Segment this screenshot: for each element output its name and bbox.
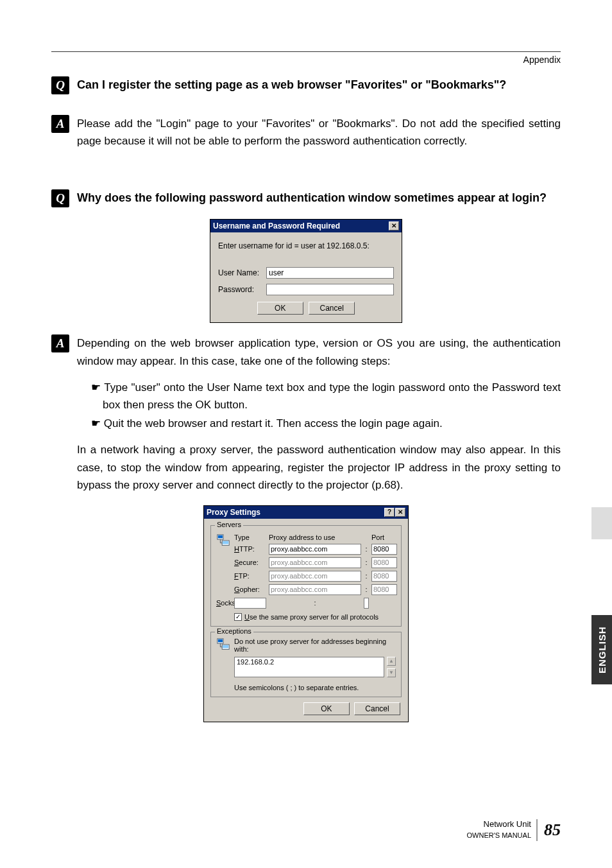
proxy-row-label: Gopher: xyxy=(234,586,266,593)
proxy-dialog: Proxy Settings ? ✕ Servers Type Proxy ad… xyxy=(203,505,409,722)
colon: : xyxy=(269,599,361,607)
exceptions-help: Use semicolons ( ; ) to separate entries… xyxy=(234,684,396,691)
proxy-port-input[interactable] xyxy=(371,544,397,555)
exceptions-input[interactable]: 192.168.0.2 xyxy=(234,657,384,677)
proxy-row-label: Secure: xyxy=(234,559,266,566)
ok-button[interactable]: OK xyxy=(303,702,350,715)
password-input[interactable] xyxy=(266,284,394,295)
answer-2-intro: Depending on the web browser application… xyxy=(77,334,561,369)
colon: : xyxy=(364,572,369,580)
scroll-up-icon[interactable]: ▲ xyxy=(387,657,396,666)
auth-dialog: Username and Password Required ✕ Enter u… xyxy=(210,219,402,323)
answer-2-extra: In a network having a proxy server, the … xyxy=(77,441,561,494)
answer-icon: A xyxy=(51,334,69,352)
proxy-port-input xyxy=(364,598,369,609)
proxy-address-input xyxy=(269,584,361,595)
colon: : xyxy=(364,586,369,593)
answer-1: Please add the "Login" page to your "Fav… xyxy=(77,115,561,150)
answer-icon: A xyxy=(51,115,69,133)
proxy-address-input xyxy=(269,571,361,582)
exceptions-label: Do not use proxy server for addresses be… xyxy=(234,638,396,653)
proxy-address-input xyxy=(269,557,361,568)
proxy-port-input xyxy=(371,557,397,568)
exceptions-icon xyxy=(216,638,232,653)
ok-button[interactable]: OK xyxy=(257,302,303,315)
username-input[interactable] xyxy=(266,267,394,279)
question-icon: Q xyxy=(51,76,69,94)
proxy-row-label: Socks: xyxy=(216,599,232,607)
exceptions-legend: Exceptions xyxy=(215,627,253,635)
question-icon: Q xyxy=(51,189,69,207)
bullet-2: ☛ Quit the web browser and restart it. T… xyxy=(91,415,561,432)
close-icon[interactable]: ✕ xyxy=(395,508,405,517)
close-icon[interactable]: ✕ xyxy=(389,221,399,230)
proxy-address-input xyxy=(234,598,266,609)
col-type: Type xyxy=(234,534,266,541)
password-label: Password: xyxy=(218,285,266,294)
page-number: 85 xyxy=(544,820,561,840)
col-addr: Proxy address to use xyxy=(269,534,361,541)
colon: : xyxy=(364,559,369,566)
scroll-down-icon[interactable]: ▼ xyxy=(387,668,396,677)
auth-dialog-message: Enter username for id = user at 192.168.… xyxy=(218,241,394,250)
language-tab: ENGLISH xyxy=(591,615,612,684)
svg-rect-7 xyxy=(223,645,228,648)
col-port: Port xyxy=(371,534,397,541)
same-proxy-row[interactable]: ✓Use the same proxy server for all proto… xyxy=(234,613,397,621)
proxy-dialog-title: Proxy Settings xyxy=(207,508,260,517)
colon: : xyxy=(364,545,369,553)
proxy-port-input xyxy=(371,571,397,582)
question-2: Why does the following password authenti… xyxy=(77,189,561,206)
svg-rect-5 xyxy=(218,639,223,643)
footer-text: Network Unit OWNER'S MANUAL xyxy=(467,819,538,841)
proxy-address-input[interactable] xyxy=(269,544,361,555)
servers-legend: Servers xyxy=(215,521,243,528)
cancel-button[interactable]: Cancel xyxy=(309,302,355,315)
header-section: Appendix xyxy=(51,55,561,65)
question-1: Can I register the setting page as a web… xyxy=(77,76,561,93)
checkbox-icon[interactable]: ✓ xyxy=(234,613,242,621)
cancel-button[interactable]: Cancel xyxy=(354,702,400,715)
auth-dialog-title: Username and Password Required xyxy=(213,221,340,230)
proxy-row-label: FTP: xyxy=(234,572,266,580)
side-tab-bg xyxy=(591,507,612,539)
proxy-row-label: HTTP: xyxy=(234,545,266,553)
username-label: User Name: xyxy=(218,268,266,277)
bullet-1: ☛ Type "user" onto the User Name text bo… xyxy=(91,379,561,413)
svg-rect-1 xyxy=(218,535,223,539)
svg-rect-3 xyxy=(223,541,228,544)
servers-icon xyxy=(216,534,230,548)
proxy-port-input xyxy=(371,584,397,595)
help-icon[interactable]: ? xyxy=(384,508,395,517)
